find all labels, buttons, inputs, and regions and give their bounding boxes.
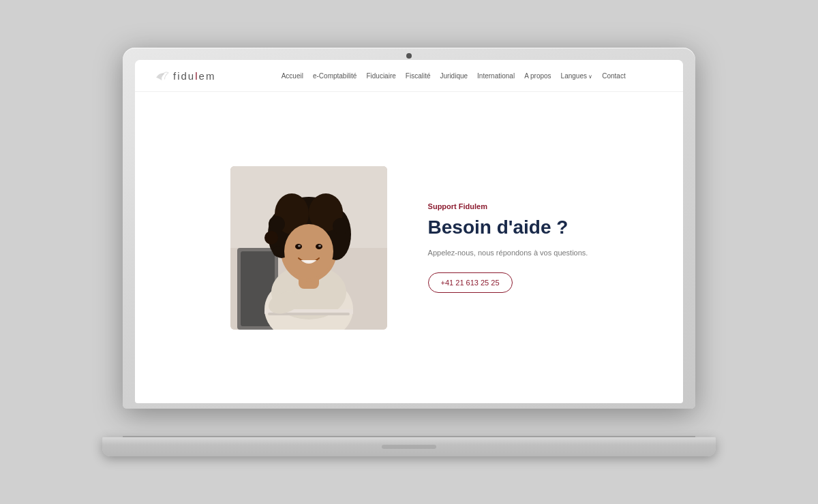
hero-text: Support Fidulem Besoin d'aide ? Appelez-… [428, 202, 588, 293]
website: fidulem Accueil e-Comptabilité Fiduciair… [135, 60, 683, 403]
hero-photo [230, 166, 387, 330]
support-label: Support Fidulem [428, 202, 588, 210]
svg-point-20 [298, 245, 301, 247]
logo-bird-icon [151, 68, 170, 83]
nav-fiscalite[interactable]: Fiscalité [406, 72, 431, 80]
nav-accueil[interactable]: Accueil [282, 72, 303, 80]
nav-juridique[interactable]: Juridique [440, 72, 468, 80]
laptop-screen: fidulem Accueil e-Comptabilité Fiduciair… [135, 60, 683, 403]
laptop-lid: fidulem Accueil e-Comptabilité Fiduciair… [123, 48, 695, 409]
nav-links: Accueil e-Comptabilité Fiduciaire Fiscal… [240, 72, 667, 80]
nav-apropos[interactable]: A propos [524, 72, 551, 80]
laptop-base [102, 437, 716, 456]
laptop-container: fidulem Accueil e-Comptabilité Fiduciair… [102, 48, 716, 456]
logo: fidulem [151, 68, 215, 83]
svg-point-16 [273, 246, 284, 257]
phone-button[interactable]: +41 21 613 25 25 [428, 272, 513, 293]
nav-fiduciaire[interactable]: Fiduciaire [366, 72, 395, 80]
person-illustration [230, 166, 387, 330]
main-heading: Besoin d'aide ? [428, 216, 588, 239]
hero-section: Support Fidulem Besoin d'aide ? Appelez-… [135, 92, 683, 403]
nav-ecomptabilite[interactable]: e-Comptabilité [313, 72, 357, 80]
camera-icon [406, 53, 412, 59]
svg-point-15 [333, 218, 349, 234]
svg-point-21 [318, 245, 321, 247]
nav-international[interactable]: International [477, 72, 515, 80]
svg-point-14 [264, 231, 278, 245]
svg-point-17 [284, 224, 333, 279]
navigation: fidulem Accueil e-Comptabilité Fiduciair… [135, 60, 683, 92]
logo-text: fidulem [173, 70, 215, 82]
nav-contact[interactable]: Contact [602, 72, 625, 80]
sub-text: Appelez-nous, nous répondons à vos quest… [428, 247, 588, 259]
nav-langues[interactable]: Langues [561, 72, 593, 80]
svg-point-13 [269, 216, 285, 232]
